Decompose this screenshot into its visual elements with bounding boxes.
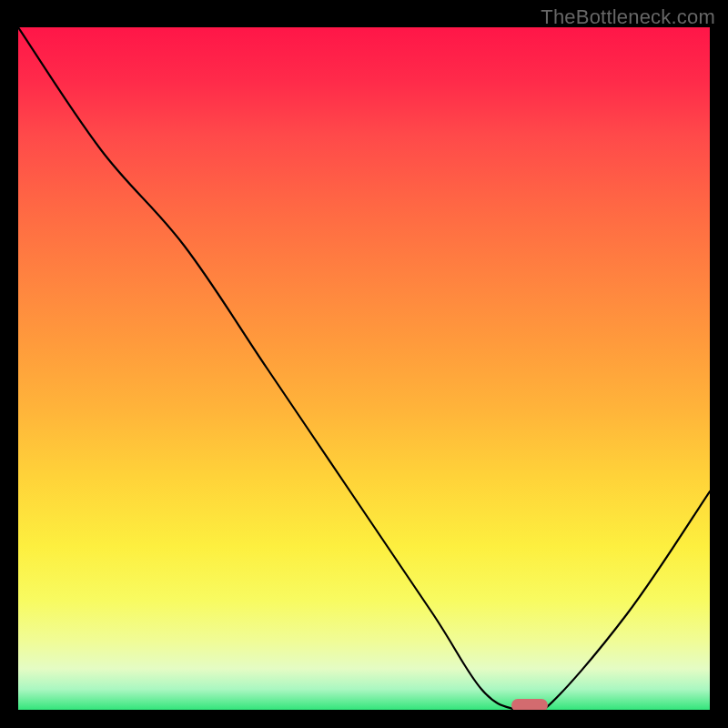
watermark-text: TheBottleneck.com — [541, 5, 715, 29]
bottleneck-curve — [18, 27, 710, 710]
plot-area — [18, 27, 710, 710]
optimal-marker — [511, 699, 548, 710]
chart-frame: TheBottleneck.com — [0, 0, 728, 728]
